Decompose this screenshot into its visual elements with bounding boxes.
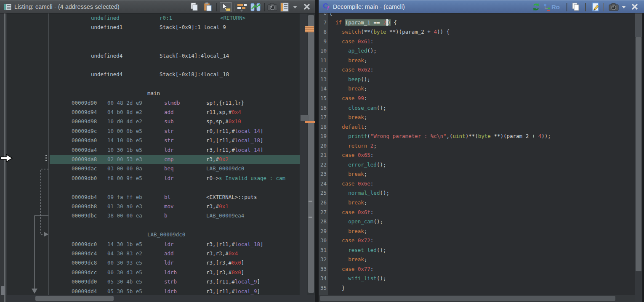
line-number: 29 bbox=[319, 227, 327, 236]
copy-icon[interactable] bbox=[571, 2, 582, 12]
line-number: 20 bbox=[319, 141, 327, 151]
copy-icon[interactable] bbox=[189, 2, 200, 12]
decompiler-code-line[interactable]: 18 default: bbox=[319, 122, 635, 132]
snapshot-camera-icon[interactable] bbox=[267, 2, 278, 12]
listing-line[interactable]: 00009db801 30 a0 e3movr3,#0x1 bbox=[50, 202, 300, 211]
decompiler-code-line[interactable]: 17 break; bbox=[319, 113, 635, 122]
decompiler-code-line[interactable]: 13 beep(); bbox=[319, 75, 635, 85]
toolbar-separator bbox=[585, 3, 585, 11]
listing-line[interactable]: 00009d9404 b0 8d e2addr11,sp,#0x4 bbox=[50, 108, 300, 117]
decompiler-vertical-scrollbar[interactable] bbox=[635, 13, 642, 302]
decompiler-view[interactable]: 6{7 if (param_1 == 2) {8 switch(**(byte … bbox=[319, 13, 635, 302]
listing-line[interactable]: undefined4Stack[-0x14]:4local_14 bbox=[50, 51, 300, 61]
decompiler-vertical-scrollbar-thumb[interactable] bbox=[636, 37, 641, 271]
listing-line[interactable]: undefinedr0:1<RETURN> bbox=[50, 13, 300, 23]
edit-pencil-icon[interactable] bbox=[591, 2, 602, 12]
listing-line[interactable]: 00009d9c10 00 0b e5strr0,[r11,#local_14] bbox=[50, 127, 300, 136]
decompiler-code-line[interactable]: 7 if (param_1 == 2) { bbox=[319, 18, 635, 28]
listing-line[interactable]: 00009dd005 30 4b e5strbr3,[r11,#local_9] bbox=[50, 277, 300, 286]
decompiler-code-line[interactable]: 33 case 0x77: bbox=[319, 265, 635, 274]
decompiler-code-line[interactable]: 16 close_cam(); bbox=[319, 103, 635, 113]
overview-margin[interactable] bbox=[300, 13, 307, 302]
decompiler-code-line[interactable]: 25 normal_led(); bbox=[319, 188, 635, 198]
paste-icon[interactable] bbox=[203, 2, 214, 12]
line-number: 16 bbox=[319, 103, 327, 113]
cursor-select-tool-icon[interactable] bbox=[220, 2, 232, 12]
decompiler-code-line[interactable]: 19 printf("Wrong parameter : %c\n",(uint… bbox=[319, 132, 635, 141]
decompiler-horizontal-scrollbar-thumb[interactable] bbox=[320, 296, 615, 301]
decompiler-code-line[interactable]: 31 reset_led(); bbox=[319, 246, 635, 255]
decompiler-code-line[interactable]: 34 wifi_list(); bbox=[319, 274, 635, 283]
listing-line[interactable]: main bbox=[50, 89, 300, 98]
listing-header[interactable]: Listing: camcli - (4 addresses selected) bbox=[0, 0, 315, 13]
listing-line[interactable]: 00009db0f8 00 9f e5ldrr0=>s_Invalid_usag… bbox=[50, 174, 300, 183]
listing-line[interactable]: 00009dac03 00 00 0abeqLAB_00009dc0 bbox=[50, 164, 300, 173]
listing-view[interactable]: undefinedr0:1<RETURN>undefined1Stack[-0x… bbox=[50, 13, 300, 302]
listing-line[interactable]: 00009db409 fa ff ebbl<EXTERNAL>::puts bbox=[50, 193, 300, 202]
decompiler-code-line[interactable]: 26 break; bbox=[319, 198, 635, 208]
listing-line-current[interactable]: 00009da802 00 53 e3cmpr3,#0x2 bbox=[50, 155, 300, 164]
listing-toggle-icon[interactable] bbox=[279, 2, 290, 12]
snapshot-camera-icon[interactable] bbox=[608, 2, 619, 12]
listing-line[interactable]: 00009d9810 d0 4d e2subsp,sp,#0x10 bbox=[50, 117, 300, 126]
panel-divider[interactable] bbox=[315, 0, 319, 302]
line-number: 23 bbox=[319, 170, 327, 179]
toolbar-separator bbox=[603, 3, 603, 11]
decompiler-code-line[interactable]: 23 break; bbox=[319, 170, 635, 179]
listing-line[interactable]: 00009dc800 30 93 e5ldrr3,[r3,#0x0] bbox=[50, 258, 300, 268]
decompiler-code-line[interactable]: 10 ap_led(); bbox=[319, 46, 635, 56]
line-number: 30 bbox=[319, 236, 327, 246]
decompiler-code-line[interactable]: 29 break; bbox=[319, 227, 635, 236]
rename-override-button[interactable]: Ro bbox=[551, 3, 562, 13]
decompiler-code-line[interactable]: 15 case 99: bbox=[319, 94, 635, 103]
decompiler-code-line[interactable]: 28 open_cam(); bbox=[319, 217, 635, 227]
listing-horizontal-scrollbar-thumb[interactable] bbox=[35, 296, 114, 301]
decompiler-code-line[interactable]: 9 case 0x61: bbox=[319, 37, 635, 47]
decompiler-code-line[interactable]: 30 case 0x72: bbox=[319, 236, 635, 246]
scrollbar-selection-marker[interactable] bbox=[305, 26, 314, 32]
listing-line[interactable]: 00009da410 30 1b e5ldrr3,[r11,#local_14] bbox=[50, 146, 300, 155]
listing-fields-icon[interactable] bbox=[237, 2, 247, 12]
decompiler-code-line[interactable]: 32 break; bbox=[319, 255, 635, 265]
scrollbar-top-segment bbox=[635, 13, 642, 37]
listing-left-scrollbar-thumb[interactable] bbox=[1, 286, 5, 295]
decompiler-code-line[interactable]: 6{ bbox=[319, 13, 635, 18]
chevron-down-icon[interactable] bbox=[622, 6, 626, 8]
listing-line[interactable]: 00009dd405 30 5b e5ldrbr3,[r11,#local_9] bbox=[50, 287, 300, 296]
decompiler-code-line[interactable]: 24 case 0x6e: bbox=[319, 179, 635, 189]
decompiler-code-line[interactable]: 11 break; bbox=[319, 56, 635, 66]
selection-drag-dots[interactable] bbox=[45, 155, 47, 162]
listing-line[interactable]: 00009dbc38 00 00 eabLAB_00009ea4 bbox=[50, 211, 300, 220]
listing-line[interactable]: 00009dcc00 30 d3 e5ldrbr3,[r3,#0x0] bbox=[50, 268, 300, 277]
decompiler-code-line[interactable]: 27 case 0x6f: bbox=[319, 208, 635, 217]
listing-line[interactable]: undefined1Stack[-0x9]:1local_9 bbox=[50, 23, 300, 32]
diff-view-icon[interactable] bbox=[250, 2, 261, 12]
line-number: 33 bbox=[319, 265, 327, 274]
listing-horizontal-scrollbar[interactable] bbox=[7, 295, 315, 302]
listing-line[interactable]: 00009d9000 48 2d e9stmdbsp!,{r11,lr} bbox=[50, 98, 300, 108]
listing-vertical-scrollbar[interactable] bbox=[307, 13, 315, 302]
decompiler-code-line[interactable]: 12 case 0x62: bbox=[319, 65, 635, 75]
close-icon[interactable] bbox=[630, 2, 641, 12]
decompiler-code-line[interactable]: 21 case 0x65: bbox=[319, 151, 635, 160]
decompiler-code-line[interactable]: 14 break; bbox=[319, 84, 635, 94]
decompiler-code-line[interactable]: 22 error_led(); bbox=[319, 160, 635, 170]
decompiler-code-line[interactable]: 35 } bbox=[319, 283, 635, 293]
close-icon[interactable] bbox=[302, 2, 313, 12]
graph-icon[interactable] bbox=[543, 2, 551, 12]
scrollbar-cursor-marker[interactable] bbox=[305, 121, 315, 123]
decompiler-header[interactable]: Cf Decompile: main - (camcli) Ro bbox=[319, 0, 644, 13]
listing-line[interactable]: undefined4Stack[-0x18]:4local_18 bbox=[50, 70, 300, 79]
decompiler-horizontal-scrollbar[interactable] bbox=[319, 295, 635, 302]
listing-line[interactable]: 00009dc014 30 1b e5ldrr3,[r11,#local_18] bbox=[50, 240, 300, 249]
scrollbar-view-marker[interactable] bbox=[301, 115, 309, 121]
decompiler-code-line[interactable]: 8 switch(**(byte **)(param_2 + 4)) { bbox=[319, 27, 635, 37]
listing-line[interactable]: 00009dc404 30 83 e2addr3,r3,#0x4 bbox=[50, 249, 300, 258]
chevron-down-icon[interactable] bbox=[293, 6, 297, 8]
listing-line[interactable]: 00009da014 10 0b e5strr1,[r11,#local_18] bbox=[50, 136, 300, 145]
listing-vertical-scrollbar-thumb[interactable] bbox=[308, 15, 314, 293]
line-number: 32 bbox=[319, 255, 327, 265]
listing-line[interactable]: LAB_00009dc0 bbox=[50, 230, 300, 239]
refresh-icon[interactable] bbox=[531, 2, 542, 12]
decompiler-code-line[interactable]: 20 return 2; bbox=[319, 141, 635, 151]
